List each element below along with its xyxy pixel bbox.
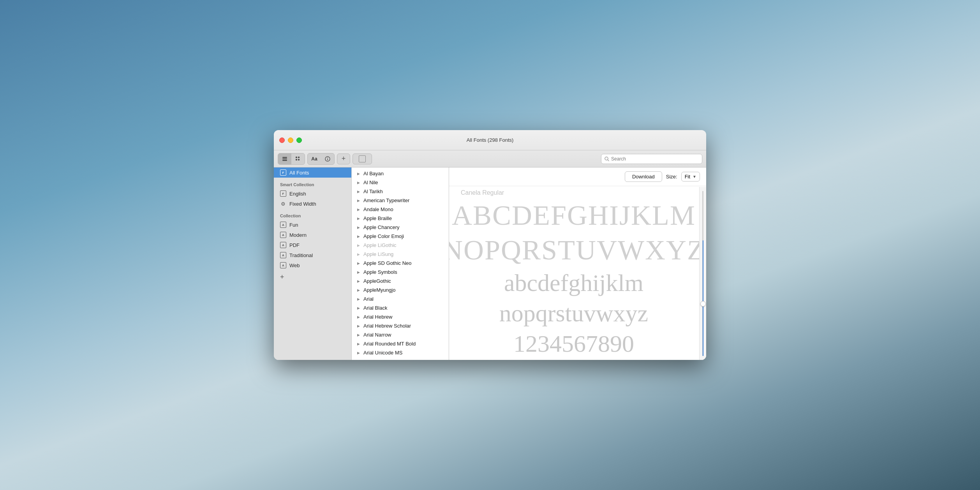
search-bar[interactable]: [601, 154, 702, 164]
font-item-apple-symbols[interactable]: ▶Apple Symbols: [352, 268, 449, 277]
font-name-label: Andale Mono: [363, 206, 393, 212]
all-fonts-label: All Fonts: [289, 170, 309, 176]
svg-rect-4: [298, 157, 300, 158]
font-item-al-tarikh[interactable]: ▶Al Tarikh: [352, 187, 449, 196]
svg-rect-6: [298, 159, 300, 160]
font-name-label: Apple Symbols: [363, 269, 397, 275]
font-chevron-icon: ▶: [357, 243, 361, 247]
sidebar-item-web[interactable]: A Web: [274, 260, 351, 270]
font-name-label: Apple LiGothic: [363, 242, 397, 248]
sidebar-item-fixed-width[interactable]: ⚙ Fixed Width: [274, 199, 351, 209]
font-name-label: Arial Hebrew: [363, 314, 392, 320]
preview-uppercase-1: ABCDEFGHIJKLM: [452, 200, 696, 231]
preview-content: Canela Regular ABCDEFGHIJKLM NOPQRSTUVWX…: [449, 186, 706, 360]
font-info-button[interactable]: [321, 153, 334, 164]
font-sample-button[interactable]: Aa: [308, 153, 321, 164]
sidebar-item-fun[interactable]: A Fun: [274, 220, 351, 230]
font-name-label: AppleMyungjo: [363, 287, 395, 293]
font-item-arial-hebrew-scholar[interactable]: ▶Arial Hebrew Scholar: [352, 321, 449, 330]
search-input[interactable]: [611, 156, 699, 162]
sidebar-item-traditional[interactable]: A Traditional: [274, 250, 351, 260]
font-item-arial-black[interactable]: ▶Arial Black: [352, 303, 449, 312]
font-name-label: Apple Color Emoji: [363, 233, 404, 239]
sidebar-item-english[interactable]: F English: [274, 189, 351, 199]
font-name-label: Arial Unicode MS: [363, 350, 402, 356]
font-item-andale-mono[interactable]: ▶Andale Mono: [352, 205, 449, 214]
sidebar-item-all-fonts[interactable]: F All Fonts: [274, 167, 351, 178]
font-name-label: Apple LiSung: [363, 251, 393, 257]
preview-uppercase-2: NOPQRSTUVWXYZ: [449, 235, 705, 266]
svg-point-9: [327, 157, 328, 158]
fixed-width-label: Fixed Width: [289, 201, 316, 207]
view-toggle-group: [278, 153, 305, 165]
font-view-group: Aa: [307, 153, 335, 165]
font-item-al-bayan[interactable]: ▶Al Bayan: [352, 169, 449, 178]
font-item-apple-color-emoji[interactable]: ▶Apple Color Emoji: [352, 232, 449, 241]
font-list-inner: ▶Al Bayan▶Al Nile▶Al Tarikh▶American Typ…: [352, 167, 449, 360]
font-chevron-icon: ▶: [357, 261, 361, 265]
maximize-button[interactable]: [296, 137, 302, 143]
titlebar: All Fonts (298 Fonts): [274, 130, 706, 150]
preview-numbers: 1234567890: [513, 330, 634, 357]
font-name-label: Al Bayan: [363, 171, 384, 176]
modern-label: Modern: [289, 232, 307, 238]
toolbar: Aa +: [274, 150, 706, 167]
preview-lowercase-text-1: abcdefghijklm: [504, 270, 643, 296]
font-item-applemyungjo[interactable]: ▶AppleMyungjo: [352, 286, 449, 294]
font-chevron-icon: ▶: [357, 190, 361, 194]
font-chevron-icon: ▶: [357, 360, 361, 360]
svg-rect-5: [296, 159, 297, 160]
font-item-apple-ligothic[interactable]: ▶Apple LiGothic: [352, 241, 449, 250]
slider-thumb[interactable]: [700, 301, 706, 307]
english-icon: F: [280, 190, 286, 197]
add-collection-button[interactable]: +: [274, 270, 351, 284]
font-item-al-nile[interactable]: ▶Al Nile: [352, 178, 449, 187]
font-chevron-icon: ▶: [357, 270, 361, 274]
font-chevron-icon: ▶: [357, 199, 361, 203]
font-chevron-icon: ▶: [357, 172, 361, 176]
font-name-label: Apple SD Gothic Neo: [363, 260, 412, 266]
font-item-arial-narrow[interactable]: ▶Arial Narrow: [352, 330, 449, 339]
sidebar-item-pdf[interactable]: A PDF: [274, 240, 351, 250]
close-button[interactable]: [279, 137, 285, 143]
preview-slider[interactable]: [699, 187, 706, 360]
traditional-label: Traditional: [289, 252, 313, 258]
svg-rect-0: [282, 157, 287, 158]
minimize-button[interactable]: [288, 137, 293, 143]
font-item-apple-braille[interactable]: ▶Apple Braille: [352, 214, 449, 223]
font-chevron-icon: ▶: [357, 181, 361, 185]
font-item-american-typewriter[interactable]: ▶American Typewriter: [352, 196, 449, 205]
font-item-arial[interactable]: ▶Arial: [352, 294, 449, 303]
font-chevron-icon: ▶: [357, 333, 361, 337]
font-item-apple-sd-gothic-neo[interactable]: ▶Apple SD Gothic Neo: [352, 259, 449, 268]
font-item-apple-chancery[interactable]: ▶Apple Chancery: [352, 223, 449, 232]
font-list-panel: ▶Al Bayan▶Al Nile▶Al Tarikh▶American Typ…: [352, 167, 449, 360]
list-icon: [282, 156, 287, 162]
font-item-arial-rounded-mt-bold[interactable]: ▶Arial Rounded MT Bold: [352, 339, 449, 348]
font-item-avenir[interactable]: ▶Avenir: [352, 357, 449, 360]
font-chevron-icon: ▶: [357, 315, 361, 319]
web-icon: A: [280, 262, 286, 268]
preview-toggle-button[interactable]: [353, 153, 372, 164]
font-item-arial-unicode-ms[interactable]: ▶Arial Unicode MS: [352, 348, 449, 357]
grid-view-button[interactable]: [291, 153, 305, 164]
list-view-button[interactable]: [278, 153, 291, 164]
font-item-apple-lisung[interactable]: ▶Apple LiSung: [352, 250, 449, 259]
font-chevron-icon: ▶: [357, 324, 361, 328]
font-chevron-icon: ▶: [357, 208, 361, 212]
download-button[interactable]: Download: [625, 171, 662, 182]
preview-lowercase-text-2: nopqrstuvwxyz: [499, 300, 648, 326]
font-name-label: Al Tarikh: [363, 189, 383, 194]
main-window: All Fonts (298 Fonts) Aa: [274, 130, 706, 360]
font-chevron-icon: ▶: [357, 306, 361, 310]
traffic-lights: [279, 137, 302, 143]
font-item-arial-hebrew[interactable]: ▶Arial Hebrew: [352, 312, 449, 321]
svg-rect-2: [282, 160, 287, 161]
font-item-applegothic[interactable]: ▶AppleGothic: [352, 277, 449, 286]
add-font-button[interactable]: +: [337, 153, 350, 164]
font-chevron-icon: ▶: [357, 288, 361, 292]
size-select[interactable]: Fit ▼: [681, 172, 700, 182]
sidebar-item-modern[interactable]: A Modern: [274, 230, 351, 240]
svg-rect-1: [282, 159, 287, 159]
content-area: F All Fonts Smart Collection F English ⚙…: [274, 167, 706, 360]
